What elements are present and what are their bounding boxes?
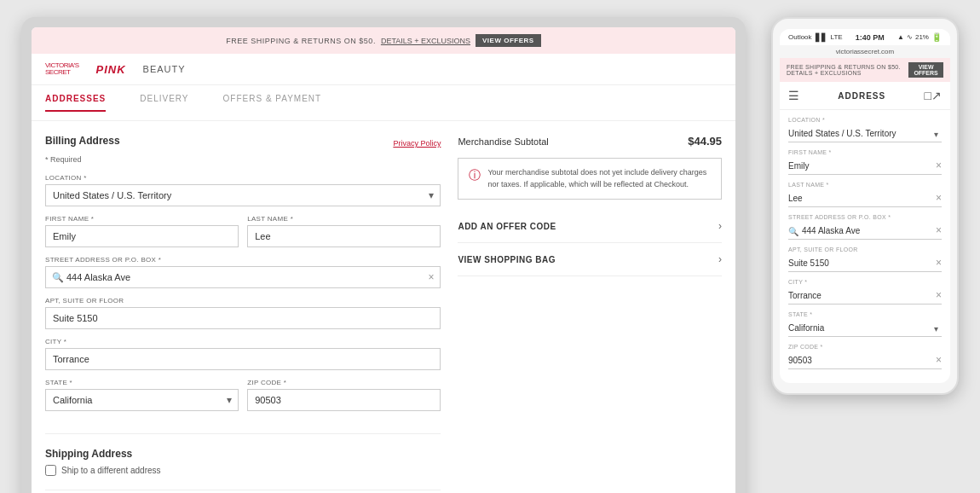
step-payment[interactable]: OFFERS & PAYMENT — [223, 94, 322, 112]
ph-last-name-input[interactable] — [788, 190, 942, 207]
offer-row[interactable]: ADD AN OFFER CODE › — [458, 210, 722, 243]
zip-label: ZIP CODE * — [247, 379, 441, 386]
ph-zip-group: ZIP CODE * × — [788, 344, 942, 369]
info-text: Your merchandise subtotal does not yet i… — [487, 167, 711, 190]
ph-city-group: CITY * × — [788, 279, 942, 304]
laptop-screen: FREE SHIPPING & RETURNS ON $50. DETAILS … — [32, 27, 735, 493]
ph-street-input[interactable] — [788, 223, 942, 240]
last-name-group: LAST NAME * — [247, 215, 441, 247]
signal-icon: ▋▋ — [816, 33, 827, 42]
phone-nav-title: ADDRESS — [838, 91, 885, 101]
state-label: STATE * — [45, 379, 239, 386]
ph-state-select[interactable]: California — [788, 320, 942, 337]
merchandise-total: Merchandise Subtotal $44.95 — [458, 135, 722, 148]
wifi-icon: ∿ — [907, 33, 913, 41]
apt-input[interactable] — [45, 307, 441, 329]
main-content: Billing Address Privacy Policy * Require… — [32, 121, 735, 493]
ship-different-row: Ship to a different address — [45, 465, 441, 476]
bag-chevron-icon: › — [718, 253, 722, 265]
url-text: victoriassecret.com — [836, 48, 894, 55]
checkout-steps: ADDRESSES DELIVERY OFFERS & PAYMENT — [32, 85, 735, 121]
merch-value: $44.95 — [688, 135, 722, 148]
ph-state-select-wrapper: California — [788, 319, 942, 337]
phone: Outlook ▋▋ LTE 1:40 PM ▲ ∿ 21% 🔋 victori… — [771, 17, 959, 395]
ph-location-group: LOCATION * United States / U.S. Territor… — [788, 117, 942, 142]
hamburger-icon[interactable]: ☰ — [788, 89, 799, 102]
street-input[interactable] — [45, 266, 441, 288]
view-offers-button[interactable]: VIEW OFFERS — [476, 34, 541, 47]
required-note: * Required — [45, 155, 441, 164]
ship-different-checkbox[interactable] — [45, 465, 56, 476]
zip-group: ZIP CODE * — [247, 379, 441, 411]
search-icon: 🔍 — [52, 272, 64, 283]
offer-label: ADD AN OFFER CODE — [458, 222, 556, 231]
network-label: LTE — [831, 33, 843, 41]
phone-status-bar: Outlook ▋▋ LTE 1:40 PM ▲ ∿ 21% 🔋 — [780, 29, 950, 45]
ph-city-input[interactable] — [788, 287, 942, 304]
ph-location-select[interactable]: United States / U.S. Territory — [788, 125, 942, 142]
step-delivery[interactable]: DELIVERY — [140, 94, 188, 112]
privacy-link[interactable]: Privacy Policy — [393, 139, 441, 148]
shipping-title: Shipping Address — [45, 448, 441, 460]
phone-view-offers-button[interactable]: VIEW OFFERS — [908, 62, 943, 78]
ph-first-name-label: FIRST NAME * — [788, 149, 942, 155]
ph-zip-input[interactable] — [788, 352, 942, 369]
share-icon[interactable]: □↗ — [925, 89, 942, 102]
contact-section: Contact Information Why do we need this?… — [45, 490, 441, 493]
offer-chevron-icon: › — [718, 220, 722, 232]
street-label: STREET ADDRESS OR P.O. BOX * — [45, 256, 441, 264]
laptop: FREE SHIPPING & RETURNS ON $50. DETAILS … — [21, 17, 746, 493]
phone-url-bar[interactable]: victoriassecret.com — [780, 45, 950, 58]
banner-text: FREE SHIPPING & RETURNS ON $50. — [226, 37, 376, 45]
phone-banner-text: FREE SHIPPING & RETURNS ON $50. DETAILS … — [787, 64, 908, 76]
clear-street-icon[interactable]: × — [428, 271, 434, 283]
zip-input[interactable] — [247, 389, 441, 411]
bag-label: VIEW SHOPPING BAG — [458, 255, 556, 264]
first-name-input[interactable] — [45, 225, 239, 247]
city-input[interactable] — [45, 348, 441, 370]
ph-apt-input[interactable] — [788, 255, 942, 272]
state-select[interactable]: California — [45, 389, 239, 411]
ph-zip-label: ZIP CODE * — [788, 344, 942, 350]
ph-location-label: LOCATION * — [788, 117, 942, 123]
ph-last-name-group: LAST NAME * × — [788, 182, 942, 207]
ph-clear-first-name-icon[interactable]: × — [936, 160, 942, 171]
last-name-input[interactable] — [247, 225, 441, 247]
ph-clear-last-name-icon[interactable]: × — [936, 192, 942, 204]
phone-form: LOCATION * United States / U.S. Territor… — [780, 110, 950, 383]
form-section: Billing Address Privacy Policy * Require… — [45, 135, 441, 493]
ph-clear-apt-icon[interactable]: × — [936, 257, 942, 269]
ph-clear-zip-icon[interactable]: × — [936, 354, 942, 366]
street-wrapper: 🔍 × — [45, 266, 441, 288]
bag-row[interactable]: VIEW SHOPPING BAG › — [458, 243, 722, 276]
apt-label: APT, SUITE OR FLOOR — [45, 297, 441, 304]
ph-first-name-group: FIRST NAME * × — [788, 149, 942, 175]
ph-state-group: STATE * California — [788, 311, 942, 337]
first-name-label: FIRST NAME * — [45, 215, 239, 223]
ph-location-select-wrapper: United States / U.S. Territory — [788, 125, 942, 142]
ph-first-name-input[interactable] — [788, 158, 942, 175]
banner-link[interactable]: DETAILS + EXCLUSIONS — [381, 37, 470, 45]
location-select[interactable]: United States / U.S. Territory — [45, 184, 441, 206]
apt-group: APT, SUITE OR FLOOR — [45, 297, 441, 329]
phone-banner: FREE SHIPPING & RETURNS ON $50. DETAILS … — [780, 58, 950, 82]
first-name-group: FIRST NAME * — [45, 215, 239, 247]
state-zip-row: STATE * California ZIP CODE * — [45, 379, 441, 420]
phone-nav: ☰ ADDRESS □↗ — [780, 82, 950, 110]
location-group: LOCATION * United States / U.S. Territor… — [45, 174, 441, 206]
last-name-label: LAST NAME * — [247, 215, 441, 223]
billing-title: Billing Address — [45, 135, 120, 147]
sidebar-section: Merchandise Subtotal $44.95 ⓘ Your merch… — [458, 135, 722, 493]
status-right: ▲ ∿ 21% 🔋 — [897, 32, 942, 42]
outlook-label: Outlook — [788, 33, 812, 41]
street-group: STREET ADDRESS OR P.O. BOX * 🔍 × — [45, 256, 441, 288]
shipping-section: Shipping Address Ship to a different add… — [45, 433, 441, 476]
ph-last-name-label: LAST NAME * — [788, 182, 942, 188]
pink-logo: PINK — [96, 63, 126, 76]
info-icon: ⓘ — [469, 168, 481, 190]
ph-clear-city-icon[interactable]: × — [936, 289, 942, 301]
step-addresses[interactable]: ADDRESSES — [45, 94, 106, 112]
ph-search-icon: 🔍 — [788, 227, 798, 236]
ph-street-group: STREET ADDRESS OR P.O. BOX * 🔍 × — [788, 214, 942, 240]
ph-clear-street-icon[interactable]: × — [936, 224, 942, 236]
